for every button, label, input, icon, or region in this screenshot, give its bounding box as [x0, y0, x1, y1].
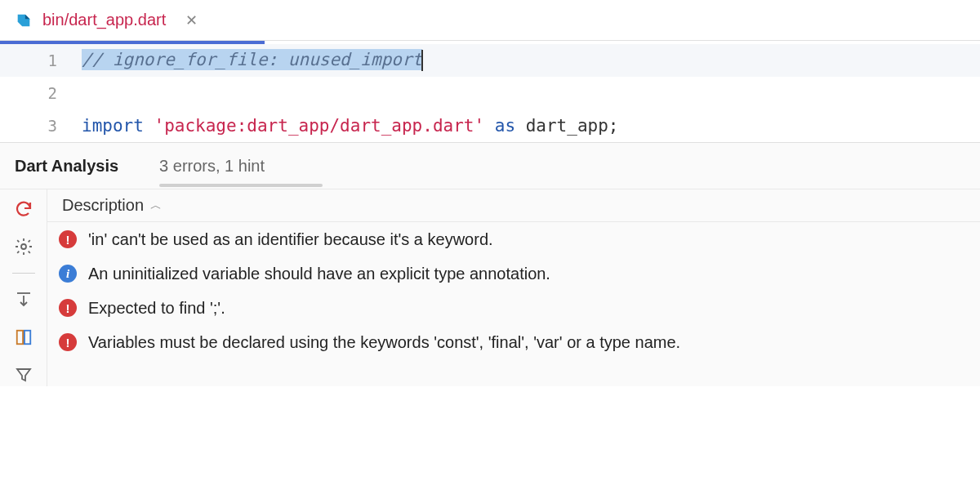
column-header-label: Description — [62, 196, 144, 215]
panel-header: Dart Analysis 3 errors, 1 hint — [0, 143, 980, 189]
string-literal: 'package:dart_app/dart_app.dart' — [154, 116, 485, 136]
identifier: dart_app; — [526, 116, 619, 136]
editor-tab-bar: bin/dart_app.dart ✕ — [0, 0, 980, 41]
filter-icon[interactable] — [12, 363, 35, 386]
refresh-icon[interactable] — [12, 198, 35, 220]
code-editor[interactable]: 1 // ignore_for_file: unused_import 2 3 … — [0, 44, 980, 142]
column-header-description[interactable]: Description ︿ — [47, 189, 980, 222]
svg-rect-1 — [16, 331, 22, 345]
analysis-row[interactable]: iAn uninitialized variable should have a… — [47, 256, 980, 291]
analysis-message: An uninitialized variable should have an… — [88, 265, 550, 283]
gear-icon[interactable] — [12, 235, 35, 258]
line-number: 3 — [0, 117, 82, 135]
info-badge-icon: i — [59, 265, 77, 283]
tab-file-name[interactable]: bin/dart_app.dart — [42, 11, 166, 29]
code-line[interactable]: 2 — [0, 77, 980, 109]
error-badge-icon: ! — [59, 333, 77, 351]
code-line[interactable]: 3 import 'package:dart_app/dart_app.dart… — [0, 109, 980, 142]
keyword-import: import — [82, 116, 144, 136]
error-badge-icon: ! — [59, 230, 77, 248]
code-line[interactable]: 1 // ignore_for_file: unused_import — [0, 44, 980, 77]
analysis-row[interactable]: !Variables must be declared using the ke… — [47, 325, 980, 359]
close-tab-icon[interactable]: ✕ — [185, 11, 198, 29]
analysis-row[interactable]: !Expected to find ';'. — [47, 291, 980, 325]
analysis-message: 'in' can't be used as an identifier beca… — [88, 230, 493, 249]
text-cursor — [421, 50, 423, 71]
dart-analysis-panel: Dart Analysis 3 errors, 1 hint — [0, 142, 980, 386]
keyword-as: as — [484, 116, 526, 136]
line-number: 1 — [0, 51, 82, 69]
analysis-row[interactable]: !'in' can't be used as an identifier bec… — [47, 222, 980, 256]
group-icon[interactable] — [12, 326, 35, 349]
comment-selected: // ignore_for_file: unused_import — [82, 49, 422, 70]
analysis-message: Expected to find ';'. — [88, 299, 225, 318]
dart-file-icon — [15, 11, 33, 29]
svg-point-0 — [21, 244, 26, 249]
toolbar-divider — [12, 273, 35, 274]
analysis-list: Description ︿ !'in' can't be used as an … — [47, 189, 980, 386]
svg-rect-2 — [24, 331, 29, 345]
analysis-message: Variables must be declared using the key… — [88, 333, 680, 352]
panel-toolbar — [0, 189, 47, 386]
panel-title[interactable]: Dart Analysis — [15, 157, 118, 176]
sort-ascending-icon: ︿ — [150, 198, 162, 213]
line-number: 2 — [0, 84, 82, 102]
autoscroll-icon[interactable] — [12, 288, 35, 311]
error-badge-icon: ! — [59, 299, 77, 317]
panel-summary: 3 errors, 1 hint — [159, 157, 265, 176]
